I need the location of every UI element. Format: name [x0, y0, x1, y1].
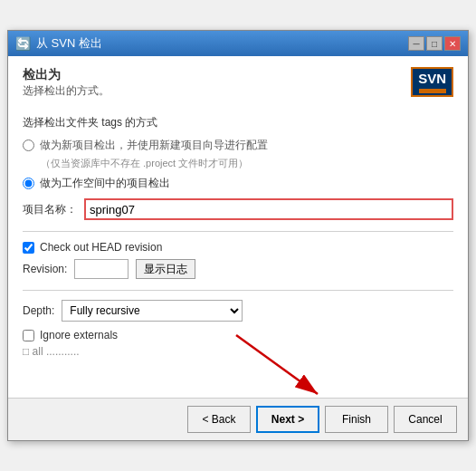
project-name-input[interactable] [84, 198, 453, 220]
checkout-head-label[interactable]: Check out HEAD revision [40, 241, 162, 254]
radio-option-new-project: 做为新项目检出，并使用新建项目向导进行配置 [23, 138, 453, 153]
checkout-head-row: Check out HEAD revision [23, 241, 453, 254]
footer: < Back Next > Finish Cancel [8, 398, 468, 440]
radio-workspace-label[interactable]: 做为工作空间中的项目检出 [40, 176, 170, 191]
page-subtitle: 选择检出的方式。 [23, 83, 109, 99]
header-text-block: 检出为 选择检出的方式。 [23, 67, 109, 111]
svn-logo-bar [419, 89, 446, 93]
radio-new-project-label[interactable]: 做为新项目检出，并使用新建项目向导进行配置 [40, 138, 268, 153]
arrow-area [23, 358, 453, 385]
divider1 [23, 231, 453, 232]
titlebar-buttons: ─ □ ✕ [408, 36, 461, 51]
window-icon: 🔄 [15, 36, 31, 51]
divider2 [23, 290, 453, 291]
show-log-button[interactable]: 显示日志 [136, 259, 195, 279]
depth-row: Depth: Fully recursive Immediate childre… [23, 300, 453, 322]
depth-label: Depth: [23, 304, 54, 317]
svg-line-1 [236, 335, 318, 394]
radio1-note: （仅当资源库中不存在 .project 文件时才可用） [41, 157, 453, 170]
project-name-row: 项目名称： [23, 198, 453, 220]
radio-workspace[interactable] [23, 178, 34, 189]
next-button[interactable]: Next > [256, 406, 319, 433]
cancel-button[interactable]: Cancel [394, 406, 457, 433]
revision-row: Revision: 显示日志 [23, 259, 453, 279]
finish-button[interactable]: Finish [325, 406, 388, 433]
back-button[interactable]: < Back [187, 406, 251, 433]
radio-new-project[interactable] [23, 139, 34, 151]
ignore-externals-checkbox[interactable] [23, 330, 34, 341]
svn-logo: SVN [411, 67, 453, 97]
page-title: 检出为 [23, 67, 109, 83]
svn-logo-text: SVN [418, 71, 446, 87]
section-header: 检出为 选择检出的方式。 SVN [23, 67, 453, 111]
project-name-label: 项目名称： [23, 202, 77, 217]
revision-label: Revision: [23, 263, 67, 275]
radio-option-workspace: 做为工作空间中的项目检出 [23, 176, 453, 191]
minimize-button[interactable]: ─ [408, 36, 424, 51]
titlebar: 🔄 从 SVN 检出 ─ □ ✕ [8, 31, 468, 56]
main-window: 🔄 从 SVN 检出 ─ □ ✕ 检出为 选择检出的方式。 SVN 选择检出文件… [7, 30, 469, 441]
group-label: 选择检出文件夹 tags 的方式 [23, 115, 453, 130]
ignore-externals-label[interactable]: Ignore externals [40, 329, 118, 341]
maximize-button[interactable]: □ [426, 36, 443, 51]
window-title: 从 SVN 检出 [36, 35, 102, 52]
titlebar-left: 🔄 从 SVN 检出 [15, 35, 102, 52]
revision-input[interactable] [74, 259, 129, 279]
red-arrow-svg [200, 331, 381, 403]
main-content: 检出为 选择检出的方式。 SVN 选择检出文件夹 tags 的方式 做为新项目检… [8, 56, 468, 398]
checkout-head-checkbox[interactable] [23, 242, 34, 254]
close-button[interactable]: ✕ [444, 36, 461, 51]
depth-select[interactable]: Fully recursive Immediate children Only … [62, 300, 243, 322]
